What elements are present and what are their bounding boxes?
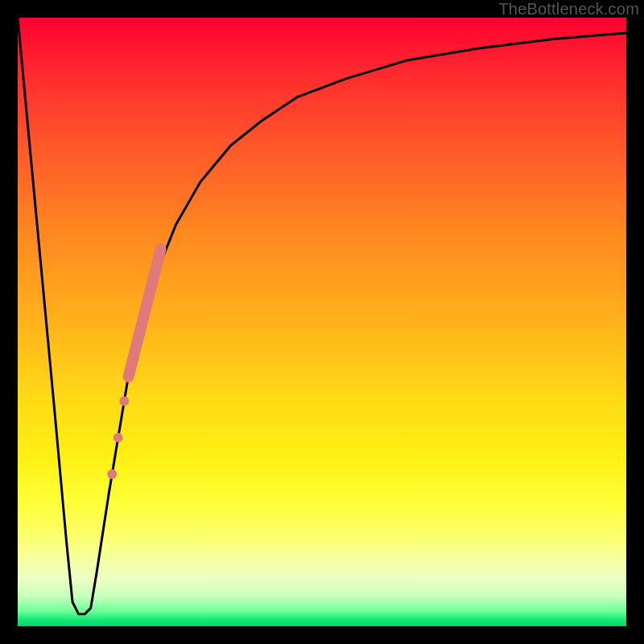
highlight-segment [107, 249, 160, 479]
highlight-dot [119, 396, 129, 406]
chart-stage: TheBottleneck.com [0, 0, 644, 644]
bottleneck-curve [18, 18, 626, 614]
highlight-dot [107, 469, 117, 479]
highlight-bar [129, 249, 161, 377]
chart-svg [18, 18, 626, 626]
highlight-dot [114, 433, 123, 443]
plot-area [16, 16, 628, 628]
